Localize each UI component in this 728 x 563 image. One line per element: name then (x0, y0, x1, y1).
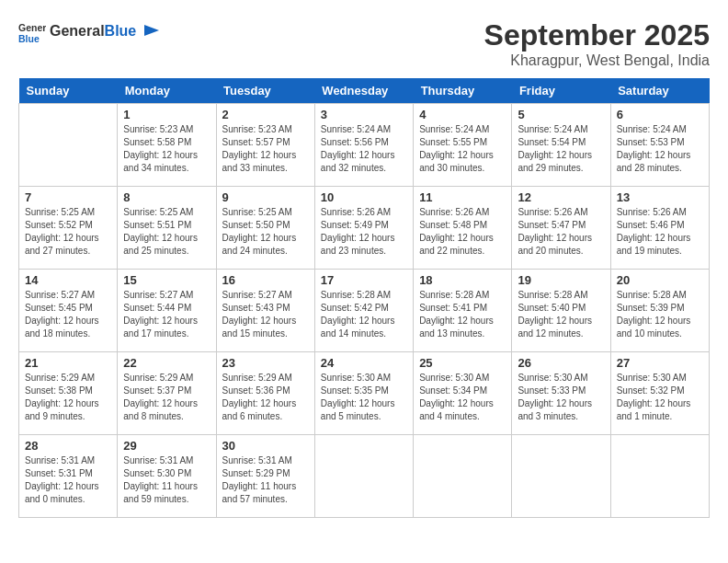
cell-info: Sunrise: 5:30 AMSunset: 5:33 PMDaylight:… (518, 372, 604, 423)
calendar-cell: 1Sunrise: 5:23 AMSunset: 5:58 PMDaylight… (118, 104, 216, 187)
calendar-cell (19, 104, 118, 187)
day-number: 16 (222, 273, 309, 287)
cell-info: Sunrise: 5:25 AMSunset: 5:50 PMDaylight:… (222, 206, 309, 258)
calendar-cell: 3Sunrise: 5:24 AMSunset: 5:56 PMDaylight… (314, 104, 413, 187)
cell-info: Sunrise: 5:31 AMSunset: 5:30 PMDaylight:… (123, 454, 210, 506)
day-number: 20 (617, 273, 703, 287)
cell-info: Sunrise: 5:31 AMSunset: 5:31 PMDaylight:… (25, 454, 111, 506)
calendar-cell: 22Sunrise: 5:29 AMSunset: 5:37 PMDayligh… (118, 352, 216, 435)
cell-info: Sunrise: 5:24 AMSunset: 5:56 PMDaylight:… (321, 123, 407, 175)
cell-info: Sunrise: 5:24 AMSunset: 5:53 PMDaylight:… (617, 123, 703, 175)
cell-info: Sunrise: 5:29 AMSunset: 5:36 PMDaylight:… (222, 372, 309, 423)
title-block: September 2025 Kharagpur, West Bengal, I… (484, 18, 710, 69)
day-header-thursday: Thursday (414, 78, 512, 104)
day-header-monday: Monday (118, 78, 216, 104)
calendar-cell: 27Sunrise: 5:30 AMSunset: 5:32 PMDayligh… (610, 352, 709, 435)
calendar-cell: 28Sunrise: 5:31 AMSunset: 5:31 PMDayligh… (19, 435, 118, 518)
day-header-friday: Friday (512, 78, 610, 104)
day-header-wednesday: Wednesday (314, 78, 413, 104)
calendar-cell: 25Sunrise: 5:30 AMSunset: 5:34 PMDayligh… (414, 352, 512, 435)
calendar-cell: 2Sunrise: 5:23 AMSunset: 5:57 PMDaylight… (216, 104, 314, 187)
calendar-cell: 9Sunrise: 5:25 AMSunset: 5:50 PMDaylight… (216, 187, 314, 270)
day-number: 19 (518, 273, 604, 287)
calendar-cell: 14Sunrise: 5:27 AMSunset: 5:45 PMDayligh… (19, 270, 118, 352)
cell-info: Sunrise: 5:30 AMSunset: 5:35 PMDaylight:… (321, 372, 407, 423)
cell-info: Sunrise: 5:26 AMSunset: 5:49 PMDaylight:… (321, 206, 407, 258)
cell-info: Sunrise: 5:31 AMSunset: 5:29 PMDaylight:… (222, 454, 309, 506)
day-number: 1 (123, 108, 210, 121)
logo-text: GeneralBlue (50, 23, 161, 41)
svg-text:General: General (18, 22, 46, 33)
cell-info: Sunrise: 5:27 AMSunset: 5:43 PMDaylight:… (222, 289, 309, 340)
day-number: 3 (321, 108, 407, 121)
cell-info: Sunrise: 5:26 AMSunset: 5:46 PMDaylight:… (617, 206, 703, 258)
calendar-cell (610, 435, 709, 518)
location-text: Kharagpur, West Bengal, India (484, 52, 710, 69)
calendar-cell: 15Sunrise: 5:27 AMSunset: 5:44 PMDayligh… (118, 270, 216, 352)
day-number: 12 (518, 190, 604, 204)
month-title: September 2025 (484, 18, 710, 52)
day-header-saturday: Saturday (610, 78, 709, 104)
calendar-cell: 13Sunrise: 5:26 AMSunset: 5:46 PMDayligh… (610, 187, 709, 270)
cell-info: Sunrise: 5:28 AMSunset: 5:39 PMDaylight:… (617, 289, 703, 340)
day-number: 10 (321, 190, 407, 204)
day-number: 6 (617, 108, 703, 121)
day-number: 15 (123, 273, 210, 287)
calendar-week-row: 7Sunrise: 5:25 AMSunset: 5:52 PMDaylight… (19, 187, 710, 270)
cell-info: Sunrise: 5:26 AMSunset: 5:48 PMDaylight:… (419, 206, 506, 258)
cell-info: Sunrise: 5:23 AMSunset: 5:58 PMDaylight:… (123, 123, 210, 175)
calendar-cell: 11Sunrise: 5:26 AMSunset: 5:48 PMDayligh… (414, 187, 512, 270)
calendar-body: 1Sunrise: 5:23 AMSunset: 5:58 PMDaylight… (19, 104, 710, 518)
day-number: 27 (617, 356, 703, 370)
calendar-cell: 23Sunrise: 5:29 AMSunset: 5:36 PMDayligh… (216, 352, 314, 435)
day-number: 5 (518, 108, 604, 121)
day-number: 7 (25, 190, 111, 204)
day-header-sunday: Sunday (19, 78, 118, 104)
day-number: 13 (617, 190, 703, 204)
day-number: 18 (419, 273, 506, 287)
calendar-cell: 5Sunrise: 5:24 AMSunset: 5:54 PMDaylight… (512, 104, 610, 187)
day-number: 2 (222, 108, 309, 121)
calendar-cell: 4Sunrise: 5:24 AMSunset: 5:55 PMDaylight… (414, 104, 512, 187)
day-number: 26 (518, 356, 604, 370)
day-number: 8 (123, 190, 210, 204)
cell-info: Sunrise: 5:29 AMSunset: 5:38 PMDaylight:… (25, 372, 111, 423)
day-number: 11 (419, 190, 506, 204)
logo-icon: General Blue (18, 18, 46, 46)
day-number: 14 (25, 273, 111, 287)
calendar-cell: 19Sunrise: 5:28 AMSunset: 5:40 PMDayligh… (512, 270, 610, 352)
cell-info: Sunrise: 5:25 AMSunset: 5:52 PMDaylight:… (25, 206, 111, 258)
day-number: 9 (222, 190, 309, 204)
cell-info: Sunrise: 5:28 AMSunset: 5:41 PMDaylight:… (419, 289, 506, 340)
cell-info: Sunrise: 5:23 AMSunset: 5:57 PMDaylight:… (222, 123, 309, 175)
day-number: 28 (25, 439, 111, 453)
svg-marker-2 (144, 25, 159, 36)
cell-info: Sunrise: 5:29 AMSunset: 5:37 PMDaylight:… (123, 372, 210, 423)
cell-info: Sunrise: 5:28 AMSunset: 5:40 PMDaylight:… (518, 289, 604, 340)
calendar-header-row: SundayMondayTuesdayWednesdayThursdayFrid… (19, 78, 710, 104)
calendar-cell: 17Sunrise: 5:28 AMSunset: 5:42 PMDayligh… (314, 270, 413, 352)
cell-info: Sunrise: 5:24 AMSunset: 5:54 PMDaylight:… (518, 123, 604, 175)
calendar-cell: 7Sunrise: 5:25 AMSunset: 5:52 PMDaylight… (19, 187, 118, 270)
day-number: 23 (222, 356, 309, 370)
calendar-cell: 10Sunrise: 5:26 AMSunset: 5:49 PMDayligh… (314, 187, 413, 270)
cell-info: Sunrise: 5:25 AMSunset: 5:51 PMDaylight:… (123, 206, 210, 258)
day-number: 25 (419, 356, 506, 370)
calendar-cell: 18Sunrise: 5:28 AMSunset: 5:41 PMDayligh… (414, 270, 512, 352)
logo-flag-icon (142, 23, 161, 41)
calendar-cell: 26Sunrise: 5:30 AMSunset: 5:33 PMDayligh… (512, 352, 610, 435)
svg-text:Blue: Blue (18, 33, 40, 44)
cell-info: Sunrise: 5:27 AMSunset: 5:44 PMDaylight:… (123, 289, 210, 340)
cell-info: Sunrise: 5:28 AMSunset: 5:42 PMDaylight:… (321, 289, 407, 340)
calendar-cell: 16Sunrise: 5:27 AMSunset: 5:43 PMDayligh… (216, 270, 314, 352)
calendar-cell: 29Sunrise: 5:31 AMSunset: 5:30 PMDayligh… (118, 435, 216, 518)
calendar-week-row: 14Sunrise: 5:27 AMSunset: 5:45 PMDayligh… (19, 270, 710, 352)
calendar-cell: 24Sunrise: 5:30 AMSunset: 5:35 PMDayligh… (314, 352, 413, 435)
calendar-cell: 12Sunrise: 5:26 AMSunset: 5:47 PMDayligh… (512, 187, 610, 270)
cell-info: Sunrise: 5:30 AMSunset: 5:34 PMDaylight:… (419, 372, 506, 423)
day-number: 21 (25, 356, 111, 370)
calendar-cell: 8Sunrise: 5:25 AMSunset: 5:51 PMDaylight… (118, 187, 216, 270)
cell-info: Sunrise: 5:27 AMSunset: 5:45 PMDaylight:… (25, 289, 111, 340)
calendar-table: SundayMondayTuesdayWednesdayThursdayFrid… (18, 78, 710, 518)
calendar-week-row: 1Sunrise: 5:23 AMSunset: 5:58 PMDaylight… (19, 104, 710, 187)
